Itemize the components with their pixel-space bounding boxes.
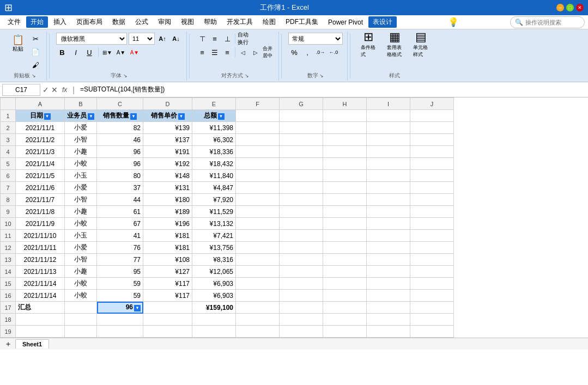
indent-inc-button[interactable]: ▷ [250,46,262,58]
cell-extra-11-4[interactable] [410,230,454,242]
cell-d9[interactable]: ¥189 [143,206,192,218]
row-header-10[interactable]: 10 [1,218,16,230]
cell-d1[interactable]: 销售单价▼ [143,110,192,122]
cell-c15[interactable]: 59 [97,278,143,290]
filter-b1[interactable]: ▼ [88,113,94,120]
cell-empty-18-4[interactable] [192,314,236,326]
row-header-14[interactable]: 14 [1,266,16,278]
cell-e1[interactable]: 总额▼ [192,110,236,122]
cell-extra-2-1[interactable] [280,122,323,134]
cell-extra-6-2[interactable] [323,170,367,182]
row-header-8[interactable]: 8 [1,194,16,206]
menu-pdf[interactable]: PDF工具集 [281,16,323,28]
cell-a2[interactable]: 2021/11/1 [16,122,65,134]
formula-cancel-icon[interactable]: ✕ [51,85,58,94]
cell-empty-19-7[interactable] [323,326,367,338]
merge-cells-button[interactable]: 合并居中 [262,46,274,58]
menu-devtools[interactable]: 开发工具 [222,16,257,28]
cell-empty-19-3[interactable] [143,326,192,338]
cell-c6[interactable]: 80 [97,170,143,182]
thousands-button[interactable]: , [301,46,313,58]
cell-f1[interactable] [236,110,280,122]
row-header-9[interactable]: 9 [1,206,16,218]
cell-d2[interactable]: ¥139 [143,122,192,134]
cell-extra-8-4[interactable] [410,194,454,206]
cell-extra-11-3[interactable] [367,230,410,242]
cell-extra-12-0[interactable] [236,242,280,254]
cell-e2[interactable]: ¥11,398 [192,122,236,134]
menu-insert[interactable]: 插入 [49,16,71,28]
cell-c4[interactable]: 96 [97,146,143,158]
cell-empty-19-0[interactable] [16,326,65,338]
col-header-i[interactable]: I [367,98,410,110]
cell-extra-12-1[interactable] [280,242,323,254]
align-bottom-button[interactable]: ⊥ [221,33,233,45]
filter-a1[interactable]: ▼ [44,113,51,120]
cell-a6[interactable]: 2021/11/5 [16,170,65,182]
cell-extra-13-2[interactable] [323,254,367,266]
align-right-button[interactable]: ≡ [221,46,233,58]
cell-extra-12-3[interactable] [367,242,410,254]
cell-h1[interactable] [323,110,367,122]
cell-empty-18-6[interactable] [280,314,323,326]
cell-empty-18-1[interactable] [65,314,97,326]
menu-draw[interactable]: 绘图 [258,16,280,28]
increase-font-button[interactable]: A↑ [156,33,168,45]
cell-extra-5-1[interactable] [280,158,323,170]
cell-extra-17-0[interactable] [236,302,280,314]
cell-e10[interactable]: ¥13,132 [192,218,236,230]
cell-d5[interactable]: ¥192 [143,158,192,170]
cell-empty-19-8[interactable] [367,326,410,338]
cell-style-button[interactable]: ▤ 单元格样式 [409,33,432,56]
maximize-button[interactable]: □ [566,4,574,11]
cell-d13[interactable]: ¥108 [143,254,192,266]
table-format-button[interactable]: ▦ 套用表格格式 [383,33,406,56]
copy-button[interactable]: 📄 [29,46,41,58]
cell-extra-4-1[interactable] [280,146,323,158]
cell-c12[interactable]: 76 [97,242,143,254]
formula-check-icon[interactable]: ✓ [43,85,49,94]
format-painter-button[interactable]: 🖌 [29,59,41,71]
cell-empty-18-2[interactable] [97,314,143,326]
conditional-format-button[interactable]: ⊞ 条件格式 [357,33,380,56]
cell-extra-5-4[interactable] [410,158,454,170]
cell-empty-18-9[interactable] [410,314,454,326]
cell-extra-6-3[interactable] [367,170,410,182]
cell-empty-19-6[interactable] [280,326,323,338]
cell-b11[interactable]: 小玉 [65,230,97,242]
cell-extra-13-0[interactable] [236,254,280,266]
cell-empty-18-8[interactable] [367,314,410,326]
cell-c9[interactable]: 61 [97,206,143,218]
menu-start[interactable]: 开始 [26,16,48,28]
cell-extra-15-0[interactable] [236,278,280,290]
cell-d16[interactable]: ¥117 [143,290,192,302]
cell-extra-9-4[interactable] [410,206,454,218]
cell-d11[interactable]: ¥181 [143,230,192,242]
cell-d3[interactable]: ¥137 [143,134,192,146]
italic-button[interactable]: I [70,46,82,58]
add-sheet-button[interactable]: ＋ [2,338,14,350]
cell-extra-8-2[interactable] [323,194,367,206]
cell-a4[interactable]: 2021/11/3 [16,146,65,158]
cell-extra-3-2[interactable] [323,134,367,146]
cell-e7[interactable]: ¥4,847 [192,182,236,194]
cell-a1[interactable]: 日期▼ [16,110,65,122]
menu-help[interactable]: 帮助 [199,16,221,28]
cell-e8[interactable]: ¥7,920 [192,194,236,206]
cell-extra-3-1[interactable] [280,134,323,146]
align-left-button[interactable]: ≡ [196,46,208,58]
cell-c10[interactable]: 67 [97,218,143,230]
cell-extra-2-3[interactable] [367,122,410,134]
fill-color-button[interactable]: A▼ [115,46,127,58]
font-name-select[interactable]: 微软雅黑 [56,33,127,45]
row-header-3[interactable]: 3 [1,134,16,146]
cell-extra-9-2[interactable] [323,206,367,218]
row-header-7[interactable]: 7 [1,182,16,194]
cell-d6[interactable]: ¥148 [143,170,192,182]
cell-extra-6-1[interactable] [280,170,323,182]
cell-extra-4-3[interactable] [367,146,410,158]
cell-c7[interactable]: 37 [97,182,143,194]
close-button[interactable]: ✕ [576,4,584,11]
paste-button[interactable]: 📋 粘贴 [8,33,28,55]
cell-b7[interactable]: 小爱 [65,182,97,194]
